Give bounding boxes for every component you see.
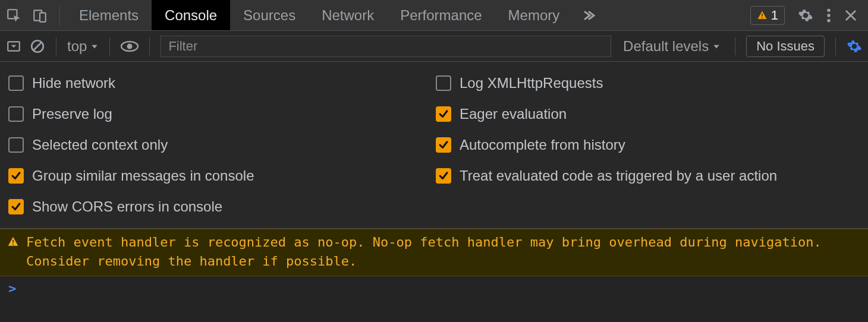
checkbox-label: Treat evaluated code as triggered by a u… — [460, 168, 777, 184]
chevron-down-icon — [712, 42, 721, 50]
svg-rect-13 — [12, 244, 14, 245]
checkbox[interactable] — [436, 106, 451, 122]
checkbox[interactable] — [436, 137, 451, 153]
setting-row: Treat evaluated code as triggered by a u… — [436, 168, 857, 184]
checkbox-label: Preserve log — [32, 106, 112, 122]
checkbox[interactable] — [8, 199, 24, 214]
setting-row: Selected context only — [8, 137, 430, 153]
tab-bar-left-icons — [0, 8, 54, 23]
checkbox[interactable] — [436, 168, 451, 184]
execution-context-dropdown[interactable]: top — [67, 38, 99, 55]
svg-rect-2 — [40, 12, 46, 21]
tab-performance[interactable]: Performance — [387, 0, 495, 30]
warning-triangle-icon — [7, 236, 19, 248]
console-settings-gear-icon[interactable] — [847, 39, 862, 54]
setting-row: Group similar messages in console — [8, 168, 430, 184]
checkbox-label: Show CORS errors in console — [32, 198, 222, 215]
kebab-menu-icon[interactable] — [826, 8, 831, 23]
divider — [56, 37, 56, 55]
setting-row: Hide network — [8, 75, 430, 91]
divider — [149, 37, 150, 55]
divider — [735, 37, 735, 55]
device-toolbar-icon[interactable] — [32, 8, 48, 23]
console-warning-message[interactable]: Fetch event handler is recognized as no-… — [0, 229, 868, 276]
checkbox[interactable] — [8, 137, 24, 153]
setting-row: Preserve log — [8, 106, 430, 122]
checkbox-label: Log XMLHttpRequests — [460, 75, 603, 91]
checkbox-label: Selected context only — [32, 137, 168, 153]
warnings-count: 1 — [771, 8, 778, 23]
console-prompt[interactable]: > — [0, 276, 868, 301]
tab-sources[interactable]: Sources — [230, 0, 309, 30]
tab-memory[interactable]: Memory — [495, 0, 573, 30]
tab-elements[interactable]: Elements — [66, 0, 152, 30]
live-expression-icon[interactable] — [121, 40, 139, 52]
settings-gear-icon[interactable] — [798, 8, 813, 23]
more-tabs-icon[interactable] — [573, 8, 603, 23]
svg-rect-4 — [762, 17, 763, 18]
divider — [835, 37, 836, 55]
levels-label: Default levels — [623, 38, 709, 55]
setting-row: Autocomplete from history — [436, 137, 857, 153]
divider — [109, 37, 110, 55]
chevron-down-icon — [90, 42, 99, 50]
tab-bar-right-icons: 1 — [740, 6, 868, 25]
checkbox-label: Hide network — [32, 75, 115, 91]
tab-network[interactable]: Network — [309, 0, 387, 30]
inspect-element-icon[interactable] — [6, 8, 21, 23]
checkbox[interactable] — [8, 168, 24, 184]
checkbox-label: Autocomplete from history — [460, 137, 625, 153]
issues-button[interactable]: No Issues — [746, 36, 825, 57]
console-settings-panel: Hide networkLog XMLHttpRequestsPreserve … — [0, 62, 868, 229]
warning-triangle-icon — [757, 10, 768, 21]
filter-input[interactable] — [161, 36, 611, 57]
svg-point-7 — [827, 18, 830, 21]
warning-text: Fetch event handler is recognized as no-… — [26, 233, 861, 271]
toggle-console-sidebar-icon[interactable] — [6, 39, 21, 54]
checkbox-label: Eager evaluation — [460, 106, 567, 122]
tab-console[interactable]: Console — [152, 0, 230, 30]
warnings-badge[interactable]: 1 — [750, 6, 785, 25]
setting-row: Show CORS errors in console — [8, 198, 430, 215]
checkbox[interactable] — [8, 75, 24, 91]
setting-row: Log XMLHttpRequests — [436, 75, 857, 91]
divider — [59, 5, 60, 26]
svg-point-6 — [827, 14, 830, 17]
svg-rect-3 — [762, 14, 763, 17]
close-icon[interactable] — [844, 9, 857, 22]
log-levels-dropdown[interactable]: Default levels — [619, 38, 724, 55]
svg-point-5 — [827, 8, 830, 11]
context-label: top — [67, 38, 87, 55]
setting-row: Eager evaluation — [436, 106, 857, 122]
prompt-symbol: > — [8, 281, 16, 296]
devtools-tab-bar: ElementsConsoleSourcesNetworkPerformance… — [0, 0, 868, 31]
checkbox[interactable] — [8, 106, 24, 122]
checkbox[interactable] — [436, 75, 451, 91]
checkbox-label: Group similar messages in console — [32, 168, 254, 184]
tabs-list: ElementsConsoleSourcesNetworkPerformance… — [66, 0, 573, 30]
console-toolbar: top Default levels No Issues — [0, 31, 868, 62]
clear-console-icon[interactable] — [30, 39, 45, 54]
svg-point-11 — [127, 43, 133, 49]
issues-label: No Issues — [756, 39, 814, 53]
svg-rect-12 — [12, 240, 14, 243]
